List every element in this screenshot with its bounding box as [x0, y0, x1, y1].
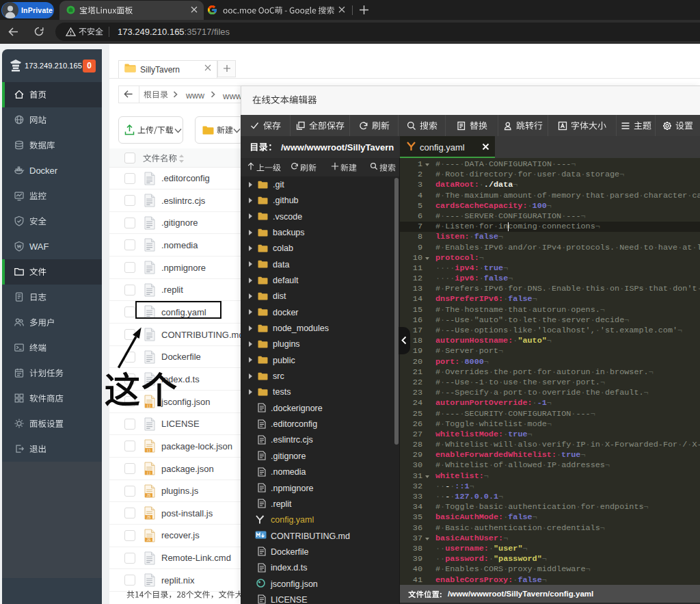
- svg-text:JS: JS: [147, 515, 152, 519]
- svg-text:JS: JS: [147, 493, 152, 497]
- svg-text:{ }: { }: [147, 448, 150, 452]
- svg-text:{ }: { }: [147, 471, 150, 475]
- svg-text:JS: JS: [147, 538, 152, 542]
